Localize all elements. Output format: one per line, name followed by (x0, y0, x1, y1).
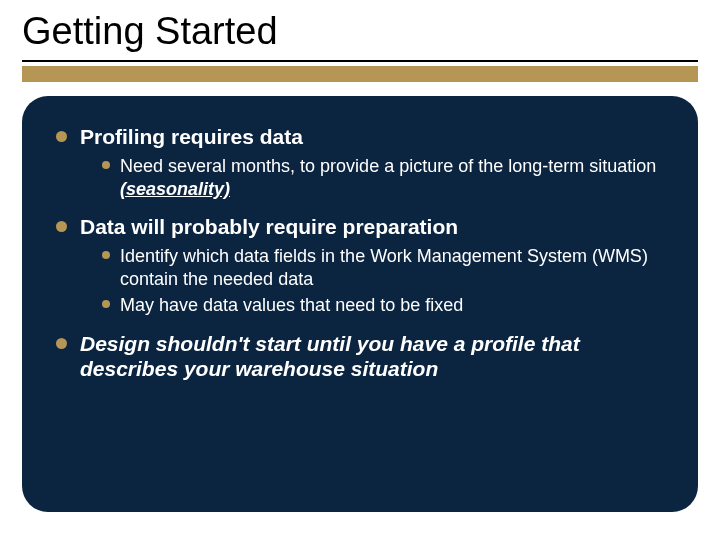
sub-1-1-emphasis: (seasonality) (120, 179, 230, 199)
sub-item-2-1: Identify which data fields in the Work M… (102, 245, 664, 290)
bullet-item-1: Profiling requires data Need several mon… (56, 124, 664, 200)
sub-list-1: Need several months, to provide a pictur… (80, 155, 664, 200)
sub-item-2-2: May have data values that need to be fix… (102, 294, 664, 317)
bullet-2-text: Data will probably require preparation (80, 215, 458, 238)
slide: Getting Started Profiling requires data … (0, 0, 720, 540)
content-panel: Profiling requires data Need several mon… (22, 96, 698, 512)
bullet-item-3: Design shouldn't start until you have a … (56, 331, 664, 381)
divider-line (22, 60, 698, 62)
sub-list-2: Identify which data fields in the Work M… (80, 245, 664, 317)
sub-1-1-text: Need several months, to provide a pictur… (120, 156, 656, 176)
bullet-3-text: Design shouldn't start until you have a … (80, 332, 580, 380)
sub-item-1-1: Need several months, to provide a pictur… (102, 155, 664, 200)
bullet-item-2: Data will probably require preparation I… (56, 214, 664, 317)
slide-title: Getting Started (22, 10, 278, 53)
bullet-1-text: Profiling requires data (80, 125, 303, 148)
bullet-list: Profiling requires data Need several mon… (56, 124, 664, 381)
accent-bar (22, 66, 698, 82)
